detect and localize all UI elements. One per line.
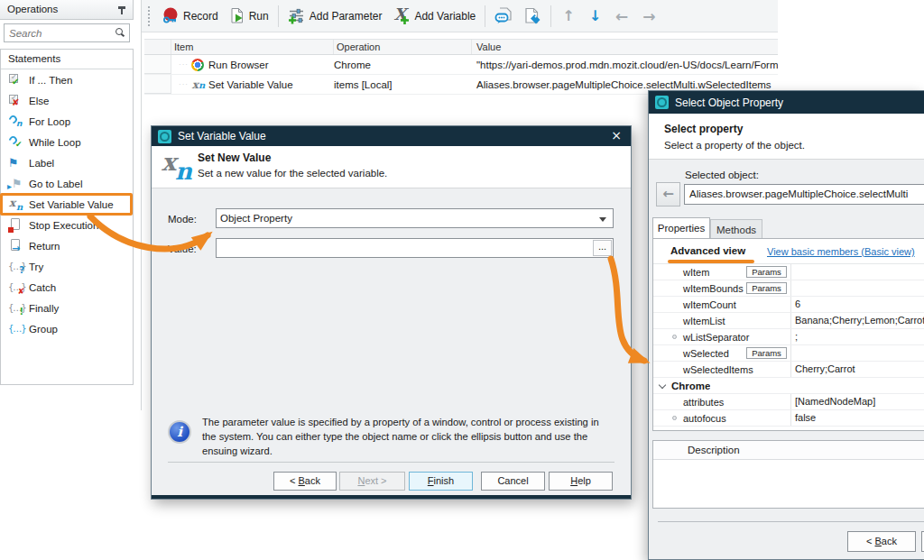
move-up-button[interactable]: ↑ <box>555 7 581 24</box>
navigate-forward-button[interactable]: → <box>635 7 662 25</box>
grid-column-operation[interactable]: Operation <box>334 40 472 54</box>
dialog-bottom-strip <box>152 495 631 499</box>
row-item-label: Run Browser <box>208 60 268 70</box>
add-variable-button[interactable]: X Add Variable <box>387 5 481 27</box>
property-row[interactable]: wSelected Params <box>653 345 924 362</box>
tab-properties[interactable]: Properties <box>652 217 710 238</box>
grid-column-item[interactable]: Item <box>171 40 334 54</box>
property-row[interactable]: wItemBounds Params <box>653 280 924 297</box>
toolbar-separator <box>550 5 551 27</box>
keyword-test-grid: Item Operation Value Run Browser Chrome … <box>144 39 778 95</box>
operations-panel-header: Operations <box>0 0 134 20</box>
flag-play-icon: ⚑▸ <box>8 176 24 191</box>
basic-view-link[interactable]: View basic members (Basic view) <box>767 246 915 257</box>
run-label: Run <box>249 10 269 23</box>
add-variable-label: Add Variable <box>414 10 476 23</box>
record-icon <box>162 7 180 24</box>
toolbar-drag-handle[interactable] <box>147 5 151 27</box>
sidebar-item-group[interactable]: {…} Group <box>1 318 133 339</box>
params-button[interactable]: Params <box>746 282 787 294</box>
loop-n-icon: n <box>8 114 24 129</box>
back-button[interactable]: < Back <box>847 531 916 552</box>
dialog-title: Set Variable Value <box>178 130 266 142</box>
operations-panel-title: Operations <box>7 0 58 19</box>
search-box[interactable] <box>4 23 130 42</box>
params-button[interactable]: Params <box>746 266 787 278</box>
navigate-back-button[interactable]: ← <box>608 7 635 25</box>
help-button[interactable]: Help <box>549 472 613 491</box>
toolbar-separator <box>485 5 485 27</box>
tag-button[interactable] <box>518 5 547 27</box>
property-row[interactable]: attributes [NamedNodeMap] <box>653 394 924 410</box>
sidebar-item-catch[interactable]: {…}✘ Catch <box>1 277 133 298</box>
app-gear-icon <box>655 96 669 109</box>
cancel-button[interactable]: Cancel <box>481 472 545 491</box>
dialog-header-band: Select property Select a property of the… <box>649 114 924 160</box>
record-label: Record <box>183 10 218 23</box>
tab-methods[interactable]: Methods <box>710 219 762 238</box>
dialog-titlebar[interactable]: Select Object Property <box>649 91 924 114</box>
property-row[interactable]: autofocus false <box>653 410 924 427</box>
search-icon <box>115 28 125 38</box>
sidebar-item-return[interactable]: → Return <box>1 235 133 256</box>
row-selector-cell[interactable] <box>144 55 171 74</box>
params-button[interactable]: Params <box>746 347 787 359</box>
finish-button[interactable]: Finish <box>409 472 473 491</box>
sidebar-item-stop-execution[interactable]: Stop Execution <box>1 215 133 235</box>
info-text: The parameter value is specified by a pr… <box>202 415 610 459</box>
sidebar-item-while-loop[interactable]: ✔ While Loop <box>1 132 133 152</box>
mode-dropdown[interactable]: Object Property <box>216 208 614 228</box>
ellipsis-button[interactable]: ... <box>593 240 612 256</box>
selected-object-field[interactable]: Aliases.browser.pageMultipleChoice.selec… <box>684 184 924 205</box>
search-input[interactable] <box>5 26 111 41</box>
sidebar-item-for-loop[interactable]: n For Loop <box>1 111 133 132</box>
property-group-row[interactable]: Chrome <box>653 378 924 394</box>
extended-property-icon <box>672 416 677 420</box>
toolbar: Record Run Add Parameter X Add Variable <box>142 0 778 32</box>
page-return-icon: → <box>8 238 24 253</box>
select-object-property-dialog: Select Object Property Select property S… <box>648 90 924 560</box>
row-value-cell: "https://yari-demos.prod.mdn.mozit.cloud… <box>472 55 778 74</box>
braces-cross-icon: {…}✘ <box>8 280 24 295</box>
property-row[interactable]: wItemList Banana;Cherry;Lemon;Carrot;B <box>653 313 924 329</box>
close-icon[interactable]: × <box>611 128 622 142</box>
set-variable-value-dialog: Set Variable Value × x n Set New Value S… <box>151 125 632 500</box>
row-selector-cell[interactable] <box>144 75 171 94</box>
loop-check-icon: ✔ <box>8 134 24 150</box>
row-operation-cell: items [Local] <box>334 75 472 94</box>
sidebar-item-set-variable-value[interactable]: xn Set Variable Value <box>1 194 133 215</box>
grid-column-value[interactable]: Value <box>472 40 778 54</box>
add-parameter-button[interactable]: Add Parameter <box>282 5 388 27</box>
property-row[interactable]: wListSeparator ; <box>653 329 924 345</box>
pin-icon[interactable] <box>116 5 127 15</box>
mode-label: Mode: <box>168 214 197 225</box>
sidebar-item-go-to-label[interactable]: ⚑▸ Go to Label <box>1 173 133 194</box>
tag-icon <box>523 7 541 24</box>
sidebar-item-label[interactable]: ⚑ Label <box>1 152 133 173</box>
view-mode-row: Advanced view View basic members (Basic … <box>653 239 924 264</box>
object-back-button[interactable]: ← <box>656 182 680 207</box>
variable-xn-icon: xn <box>191 78 206 91</box>
record-button[interactable]: Record <box>156 5 224 27</box>
sidebar-item-if-then[interactable]: ✔ If ... Then <box>1 69 133 90</box>
property-row-wselecteditems[interactable]: wSelectedItems Cherry;Carrot <box>653 362 924 378</box>
run-button[interactable]: Run <box>224 5 274 27</box>
operations-panel: Operations Statements ✔ If ... Then ✘ El… <box>0 0 142 410</box>
property-row[interactable]: wItem Params <box>653 264 924 280</box>
comment-button[interactable] <box>489 5 518 27</box>
value-input[interactable]: ... <box>216 238 614 258</box>
dialog-header-band: x n Set New Value Set a new value for th… <box>152 146 631 188</box>
sidebar-item-try[interactable]: {…}? Try <box>1 256 133 277</box>
grid-selector-column <box>144 40 171 54</box>
property-row[interactable]: wItemCount 6 <box>653 297 924 313</box>
chevron-down-icon <box>599 217 606 222</box>
sidebar-item-finally[interactable]: {…}! Finally <box>1 298 133 318</box>
back-button[interactable]: < Back <box>273 472 337 491</box>
dialog-title: Select Object Property <box>675 96 783 109</box>
description-header: Description <box>653 441 924 460</box>
sidebar-item-else[interactable]: ✘ Else <box>1 90 133 111</box>
dialog-titlebar[interactable]: Set Variable Value <box>152 126 631 146</box>
table-row[interactable]: Run Browser Chrome "https://yari-demos.p… <box>144 55 778 75</box>
row-operation-cell: Chrome <box>334 55 472 74</box>
move-down-button[interactable]: ↓ <box>582 7 608 24</box>
